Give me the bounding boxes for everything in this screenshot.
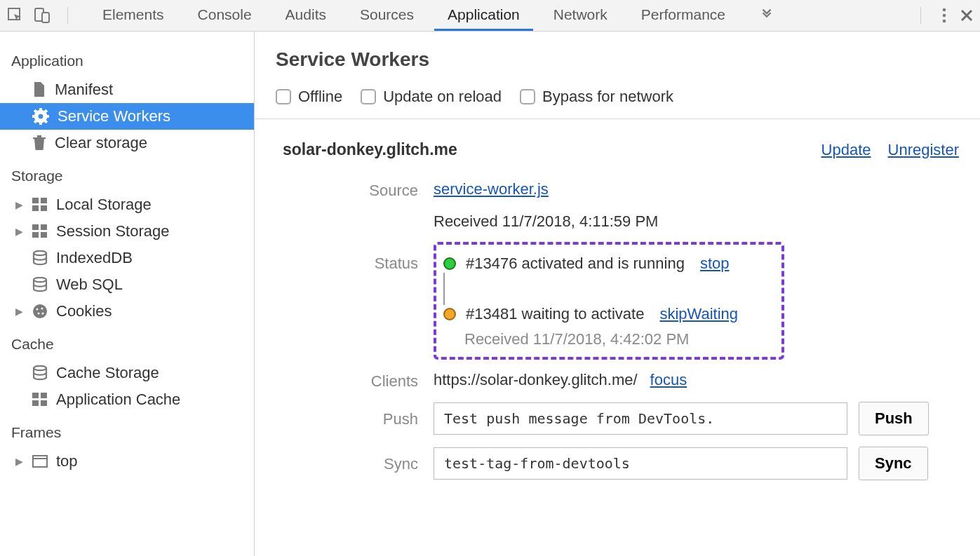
- close-icon[interactable]: [960, 9, 973, 22]
- main: Application Manifest Service Workers Cle…: [0, 32, 980, 556]
- toolbar-divider-right: [920, 7, 921, 24]
- status-label: Status: [276, 242, 434, 360]
- svg-point-4: [943, 14, 946, 18]
- sidebar-item-label: Application Cache: [56, 391, 180, 409]
- divider: [255, 118, 980, 119]
- push-label: Push: [276, 402, 434, 435]
- sidebar-item-label: Local Storage: [56, 196, 152, 214]
- svg-rect-20: [32, 224, 39, 230]
- sidebar-item-clear-storage[interactable]: Clear storage: [0, 130, 254, 156]
- sidebar-heading-application: Application: [0, 41, 254, 76]
- svg-rect-19: [41, 205, 47, 211]
- database-icon: [32, 277, 48, 292]
- device-icon[interactable]: [34, 7, 51, 24]
- sidebar-item-label: Cache Storage: [56, 364, 159, 382]
- svg-point-25: [34, 278, 46, 282]
- status-row: Status #13476 activated and is running s…: [276, 236, 959, 365]
- database-icon: [32, 250, 48, 266]
- sidebar-heading-storage: Storage: [0, 156, 254, 191]
- checkbox-label: Bypass for network: [542, 88, 673, 106]
- update-link[interactable]: Update: [821, 141, 871, 159]
- clients-label: Clients: [276, 371, 434, 391]
- status-activated-text: #13476 activated and is running: [466, 255, 685, 273]
- svg-point-26: [33, 304, 47, 318]
- sidebar-heading-frames: Frames: [0, 413, 254, 448]
- client-url: https://solar-donkey.glitch.me/: [434, 371, 638, 389]
- sidebar-item-cookies[interactable]: ▶ Cookies: [0, 298, 254, 325]
- svg-point-3: [943, 8, 946, 12]
- svg-rect-2: [42, 13, 49, 22]
- unregister-link[interactable]: Unregister: [888, 141, 959, 159]
- focus-link[interactable]: focus: [650, 371, 687, 389]
- svg-point-30: [41, 312, 43, 314]
- svg-rect-35: [41, 400, 47, 406]
- svg-rect-32: [32, 393, 39, 398]
- svg-rect-16: [32, 198, 39, 203]
- sw-origin: solar-donkey.glitch.me: [283, 140, 457, 159]
- svg-rect-11: [46, 116, 49, 118]
- sw-options: Offline Update on reload Bypass for netw…: [276, 88, 959, 106]
- bypass-checkbox[interactable]: Bypass for network: [520, 88, 673, 106]
- sidebar-item-cache-storage[interactable]: Cache Storage: [0, 360, 254, 386]
- service-workers-panel: Service Workers Offline Update on reload…: [255, 32, 980, 556]
- kebab-icon[interactable]: [942, 8, 946, 23]
- svg-point-5: [943, 20, 946, 23]
- push-row: Push Push: [276, 396, 959, 441]
- sidebar-item-session-storage[interactable]: ▶ Session Storage: [0, 218, 254, 245]
- update-on-reload-checkbox[interactable]: Update on reload: [361, 88, 502, 106]
- svg-rect-18: [32, 205, 39, 211]
- stop-link[interactable]: stop: [700, 255, 730, 273]
- sidebar-item-label: Session Storage: [56, 222, 169, 240]
- svg-point-27: [36, 308, 38, 310]
- status-waiting-received: Received 11/7/2018, 4:42:02 PM: [443, 330, 770, 348]
- sidebar-item-label: Cookies: [56, 302, 112, 320]
- devtools-toolbar: Elements Console Audits Sources Applicat…: [0, 0, 980, 32]
- push-button[interactable]: Push: [859, 402, 929, 435]
- offline-checkbox[interactable]: Offline: [276, 88, 342, 106]
- checkbox-label: Update on reload: [383, 88, 502, 106]
- sidebar-item-websql[interactable]: Web SQL: [0, 271, 254, 298]
- svg-rect-15: [43, 119, 48, 123]
- tabs-overflow[interactable]: [746, 0, 788, 31]
- tab-audits[interactable]: Audits: [272, 0, 340, 31]
- sidebar-item-label: IndexedDB: [56, 249, 133, 267]
- tab-sources[interactable]: Sources: [347, 0, 427, 31]
- toolbar-divider: [67, 7, 68, 24]
- file-icon: [32, 81, 46, 98]
- sidebar-item-top-frame[interactable]: ▶ top: [0, 448, 254, 475]
- source-file-link[interactable]: service-worker.js: [434, 180, 959, 198]
- tab-network[interactable]: Network: [540, 0, 621, 31]
- sidebar-item-service-workers[interactable]: Service Workers: [0, 103, 254, 130]
- sidebar-item-application-cache[interactable]: Application Cache: [0, 386, 254, 413]
- gear-icon: [32, 108, 49, 125]
- tab-elements[interactable]: Elements: [89, 0, 177, 31]
- tab-application[interactable]: Application: [434, 0, 533, 31]
- sidebar-item-manifest[interactable]: Manifest: [0, 76, 254, 103]
- skipwaiting-link[interactable]: skipWaiting: [659, 305, 738, 323]
- svg-rect-33: [41, 393, 47, 398]
- cookie-icon: [32, 304, 48, 319]
- sidebar-item-indexeddb[interactable]: IndexedDB: [0, 245, 254, 271]
- disclosure-icon: ▶: [14, 306, 24, 317]
- inspect-icon[interactable]: [7, 7, 24, 24]
- sidebar-heading-cache: Cache: [0, 325, 254, 360]
- tab-console[interactable]: Console: [184, 0, 265, 31]
- grid-icon: [32, 198, 48, 212]
- tab-performance[interactable]: Performance: [628, 0, 739, 31]
- sync-button[interactable]: Sync: [859, 447, 928, 480]
- svg-rect-21: [41, 224, 47, 230]
- push-input[interactable]: [434, 402, 847, 435]
- sync-input[interactable]: [434, 447, 847, 480]
- grid-icon: [32, 224, 48, 238]
- svg-point-29: [37, 312, 39, 314]
- status-waiting-text: #13481 waiting to activate: [466, 305, 644, 323]
- checkbox-icon: [361, 89, 376, 104]
- sync-label: Sync: [276, 447, 434, 480]
- status-dot-orange-icon: [443, 308, 456, 320]
- origin-row: solar-donkey.glitch.me Update Unregister: [276, 136, 959, 175]
- source-label: Source: [276, 180, 434, 231]
- sidebar-item-local-storage[interactable]: ▶ Local Storage: [0, 191, 254, 218]
- clients-row: Clients https://solar-donkey.glitch.me/ …: [276, 365, 959, 396]
- status-activated: #13476 activated and is running stop: [443, 255, 770, 273]
- source-row: Source service-worker.js Received 11/7/2…: [276, 175, 959, 236]
